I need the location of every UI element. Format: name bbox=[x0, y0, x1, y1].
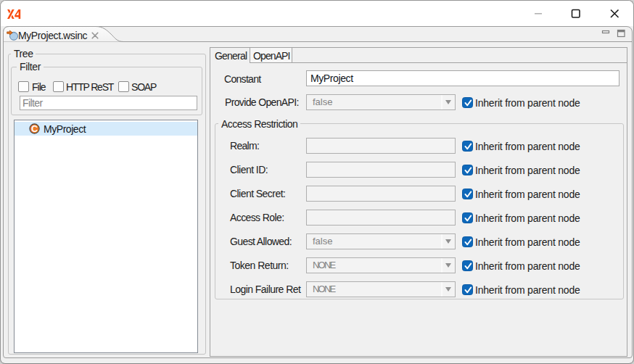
svg-text:C: C bbox=[31, 124, 38, 134]
